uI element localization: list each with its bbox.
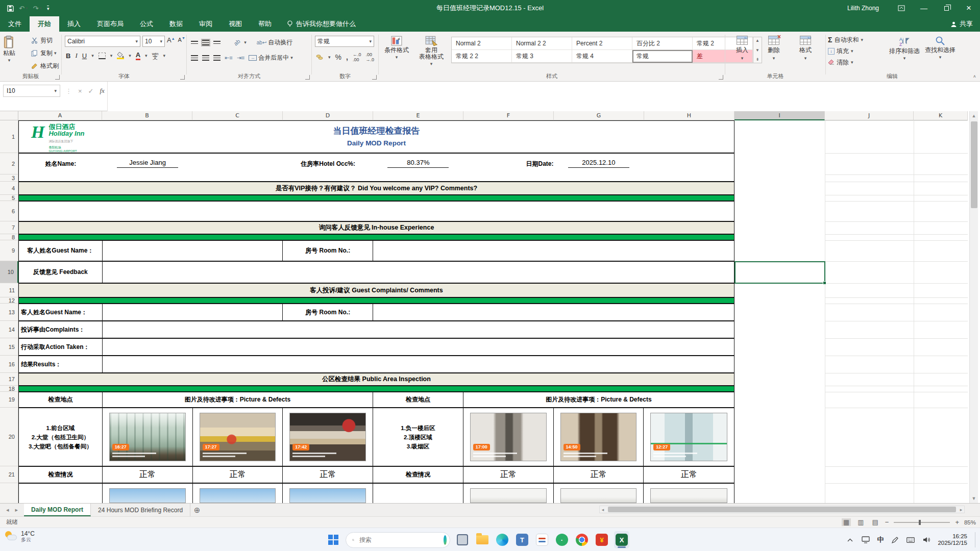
- ribbon-display-options-button[interactable]: [890, 0, 913, 16]
- row-header-2[interactable]: 2: [0, 153, 18, 174]
- column-header-K[interactable]: K: [914, 111, 968, 120]
- align-right-icon[interactable]: [213, 55, 220, 61]
- sheet-tab-24h-briefing[interactable]: 24 Hours MOD Briefing Record: [91, 504, 190, 516]
- style-changgui22[interactable]: 常规 2 2: [452, 50, 512, 63]
- action-row[interactable]: 行动采取Action Taken：: [18, 338, 734, 356]
- keyboard-icon[interactable]: [906, 535, 915, 544]
- public-area-section-header[interactable]: 公区检查结果 Public Area Inspection: [18, 373, 734, 386]
- align-bottom-icon[interactable]: [213, 41, 220, 44]
- cut-button[interactable]: 剪切: [30, 35, 59, 46]
- insert-function-button[interactable]: fx: [100, 87, 105, 95]
- number-format-select[interactable]: 常规▾: [315, 36, 374, 47]
- insert-cells-button[interactable]: ← 插入▾: [726, 32, 758, 61]
- file-explorer-icon[interactable]: [475, 531, 490, 548]
- inspection-header-row[interactable]: 检查地点 图片及待改进事项：Picture & Defects 检查地点 图片及…: [18, 392, 734, 408]
- share-button[interactable]: 共享: [950, 16, 973, 32]
- style-normal2[interactable]: Normal 2: [452, 37, 512, 50]
- scroll-up-arrow[interactable]: ▲: [970, 113, 978, 118]
- column-header-H[interactable]: H: [644, 111, 734, 120]
- tab-view[interactable]: 视图: [220, 16, 250, 32]
- merge-center-button[interactable]: ↔ 合并后居中▾: [249, 52, 293, 63]
- next-sheet-button[interactable]: ▸: [15, 507, 18, 513]
- row-header-16[interactable]: 16: [0, 356, 18, 373]
- restore-button[interactable]: [935, 0, 958, 16]
- occupancy-value[interactable]: 80.37%: [387, 159, 449, 168]
- underline-dropdown[interactable]: ▾: [91, 53, 94, 58]
- inspection-status-row[interactable]: 检查情况 正常 正常 正常 检查情况 正常 正常 正常: [18, 466, 734, 483]
- photo-cell-b20[interactable]: 16:27: [103, 408, 193, 466]
- column-header-D[interactable]: D: [283, 111, 373, 120]
- borders-button[interactable]: [99, 53, 106, 59]
- accounting-dropdown[interactable]: ▾: [328, 55, 331, 60]
- photo-cell-c20[interactable]: 17:27: [193, 408, 283, 466]
- close-button[interactable]: ×: [958, 0, 980, 16]
- find-select-button[interactable]: 查找和选择▾: [923, 33, 958, 73]
- status-g21[interactable]: 正常: [554, 467, 644, 483]
- styles-dialog-launcher[interactable]: [719, 75, 723, 80]
- fill-button[interactable]: ↓ 填充▾: [828, 46, 863, 56]
- format-painter-button[interactable]: 格式刷: [30, 60, 59, 71]
- status-f21[interactable]: 正常: [463, 467, 554, 483]
- room-no-input-cell[interactable]: [373, 241, 734, 261]
- docs-app-icon[interactable]: [534, 531, 550, 548]
- row-header-10[interactable]: 10: [0, 261, 18, 283]
- taskbar-clock[interactable]: 16:25 2025/12/15: [938, 533, 967, 546]
- row-header-20[interactable]: 20: [0, 408, 18, 466]
- column-header-E[interactable]: E: [373, 111, 463, 120]
- increase-font-button[interactable]: A▲: [167, 36, 175, 44]
- partial-photo-h22[interactable]: [650, 488, 727, 503]
- italic-button[interactable]: I: [75, 52, 77, 60]
- font-name-select[interactable]: Calibri▾: [65, 36, 140, 47]
- conditional-formatting-button[interactable]: ≠ 条件格式▾: [381, 33, 412, 73]
- tab-page-layout[interactable]: 页面布局: [89, 16, 132, 32]
- new-sheet-button[interactable]: ⊕: [190, 504, 204, 516]
- partial-photo-row[interactable]: [18, 483, 734, 503]
- complaints-section-header[interactable]: 客人投诉/建议 Guest Complaints/ Comments: [18, 283, 734, 297]
- row-header-18[interactable]: 18: [0, 386, 18, 392]
- prev-sheet-button[interactable]: ◂: [6, 507, 9, 513]
- partial-photo-f22[interactable]: [470, 488, 547, 503]
- row-header-1[interactable]: 1: [0, 120, 18, 153]
- fill-color-dropdown[interactable]: ▾: [129, 53, 131, 58]
- complaint-room-no-input-cell[interactable]: [373, 304, 734, 320]
- feedback-row[interactable]: 反馈意见 Feedback: [18, 261, 734, 283]
- partial-photo-d22[interactable]: [289, 488, 366, 503]
- account-name[interactable]: Lilith Zhong: [847, 5, 879, 12]
- format-as-table-button[interactable]: 套用表格格式▾: [414, 33, 448, 73]
- clipboard-dialog-launcher[interactable]: [55, 75, 60, 80]
- elevator-lobby-photo[interactable]: 14:50: [560, 413, 637, 461]
- select-all-corner[interactable]: [0, 111, 18, 120]
- lobby-atrium-photo[interactable]: 16:27: [109, 413, 186, 461]
- borders-dropdown[interactable]: ▾: [110, 53, 113, 58]
- row-header-3[interactable]: 3: [0, 174, 18, 182]
- tab-file[interactable]: 文件: [0, 16, 30, 32]
- delete-cells-button[interactable]: × 删除▾: [758, 32, 790, 61]
- smoking-area-photo[interactable]: 12:27: [650, 413, 727, 461]
- start-button[interactable]: [326, 532, 341, 547]
- photo-cell-f20[interactable]: 17:00: [463, 408, 554, 466]
- basement-corridor-photo[interactable]: 17:00: [470, 413, 547, 461]
- tab-insert[interactable]: 插入: [59, 16, 89, 32]
- row-header-15[interactable]: 15: [0, 338, 18, 356]
- action-input-cell[interactable]: [103, 339, 734, 355]
- wrap-text-button[interactable]: ab↩ 自动换行: [257, 37, 293, 48]
- tab-review[interactable]: 审阅: [191, 16, 220, 32]
- status-d21[interactable]: 正常: [283, 467, 373, 483]
- weather-widget[interactable]: 14°C 多云: [5, 531, 35, 543]
- row-header-5[interactable]: 5: [0, 195, 18, 201]
- complaint-guest-name-input-cell[interactable]: [103, 304, 283, 320]
- results-row[interactable]: 结果Results：: [18, 356, 734, 373]
- complaint-input-cell[interactable]: [103, 321, 734, 338]
- feedback-input-cell[interactable]: [103, 262, 734, 283]
- info-row[interactable]: 姓名Name: Jessie Jiang 住房率Hotel Occ%: 80.3…: [18, 153, 734, 182]
- inhouse-section-header[interactable]: 询问客人反馈意见 In-house Experience: [18, 221, 734, 234]
- cancel-formula-button[interactable]: ×: [78, 87, 82, 95]
- alignment-dialog-launcher[interactable]: [305, 75, 310, 80]
- increase-indent-icon[interactable]: ⇥≡: [237, 55, 245, 61]
- ime-language-indicator[interactable]: 中: [877, 535, 884, 544]
- tab-formulas[interactable]: 公式: [132, 16, 161, 32]
- report-header-row[interactable]: H 假日酒店 Holiday Inn 洲际酒店集团旗下 贵阳机场GUIYANG …: [18, 120, 734, 153]
- normal-view-button[interactable]: ▦: [842, 518, 851, 526]
- page-break-view-button[interactable]: ▤: [870, 518, 879, 526]
- display-icon[interactable]: [861, 535, 870, 544]
